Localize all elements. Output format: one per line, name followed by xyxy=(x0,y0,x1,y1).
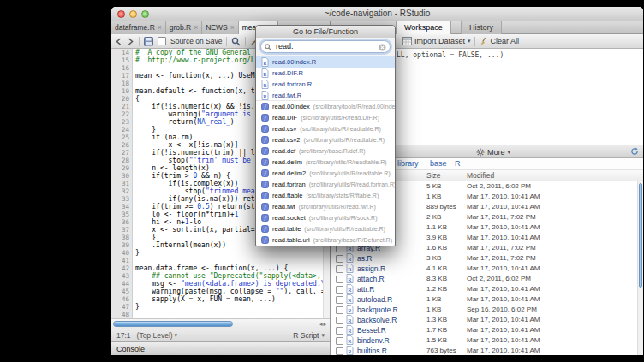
file-name[interactable]: attr.R xyxy=(357,284,374,294)
popup-file-result[interactable]: Rread.fwf.R xyxy=(256,90,395,101)
line-number: 38 xyxy=(111,234,129,241)
forward-button[interactable] xyxy=(127,38,134,45)
editor-tab-grob[interactable]: grob.R× xyxy=(166,21,202,34)
column-header-size[interactable]: Size xyxy=(426,171,441,180)
breadcrumb-segment[interactable]: base xyxy=(430,159,447,168)
refresh-icon xyxy=(630,147,639,156)
line-number: 46 xyxy=(111,295,129,303)
popup-file-result[interactable]: Rread.fortran.R xyxy=(256,79,395,90)
popup-function-result[interactable]: fread.delim2(src/library/utils/R/readtab… xyxy=(256,168,395,179)
file-checkbox[interactable] xyxy=(336,286,343,294)
magnifier-icon xyxy=(231,37,241,46)
file-row[interactable]: Rautoload.R1 KBMar 17, 2010, 10:41 AM xyxy=(331,294,636,305)
clear-all-button[interactable]: Clear All xyxy=(479,37,520,46)
console-pane-header[interactable]: Console xyxy=(111,341,330,355)
window-titlebar[interactable]: ~/code-navigation - RStudio xyxy=(111,7,643,22)
breadcrumb-segment[interactable]: library xyxy=(397,159,419,168)
file-name[interactable]: backquote.R xyxy=(357,305,398,315)
popup-search-row: read. xyxy=(256,38,395,56)
file-checkbox[interactable] xyxy=(336,276,343,283)
editor-tab-news[interactable]: NEWS× xyxy=(202,21,238,34)
tab-close-icon[interactable]: × xyxy=(158,23,162,32)
file-name[interactable]: builtins.R xyxy=(357,346,387,355)
popup-function-result[interactable]: fread.fwf(src/library/utils/R/read.fwf.R… xyxy=(256,201,395,212)
file-name[interactable]: as.R xyxy=(357,253,372,264)
file-checkbox[interactable] xyxy=(336,296,343,304)
result-function-path: (src/library/utils/R/readtable.R) xyxy=(306,159,387,165)
popup-function-result[interactable]: fread.delim(src/library/utils/R/readtabl… xyxy=(256,157,395,168)
popup-file-result[interactable]: Rread.DIF.R xyxy=(256,68,395,79)
refresh-button[interactable] xyxy=(630,147,639,156)
file-name[interactable]: autoload.R xyxy=(357,294,392,305)
popup-function-result[interactable]: fread.csv2(src/library/utils/R/readtable… xyxy=(256,134,395,145)
scope-selector[interactable]: (Top Level) ▾ xyxy=(137,331,178,340)
popup-function-result[interactable]: fread.00Index(src/library/tools/R/read.0… xyxy=(256,101,395,112)
find-button[interactable] xyxy=(231,37,241,46)
file-checkbox[interactable] xyxy=(336,255,343,263)
file-type-selector[interactable]: R Script ▾ xyxy=(293,331,325,340)
save-button[interactable] xyxy=(144,37,153,46)
files-vscroll-thumb[interactable] xyxy=(639,183,642,288)
r-file-icon: R xyxy=(261,91,269,100)
file-name[interactable]: assign.R xyxy=(357,264,385,274)
tab-history[interactable]: History xyxy=(461,21,502,34)
file-row[interactable]: Rbuiltins.R763 bytesMar 17, 2010, 10:41 … xyxy=(331,346,636,355)
popup-function-result[interactable]: fread.table.url(src/library/base/R/Defun… xyxy=(256,234,395,245)
file-modified: Mar 17, 2010, 10:41 AM xyxy=(467,346,540,355)
file-name[interactable]: attach.R xyxy=(357,274,385,284)
import-dataset-button[interactable]: Import Dataset ▾ xyxy=(402,37,471,45)
popup-function-result[interactable]: fread.csv(src/library/utils/R/readtable.… xyxy=(256,123,395,134)
file-type-label: R Script xyxy=(293,331,319,340)
file-row[interactable]: Rbackquote.R1 KBSep 16, 2010, 6:02 PM xyxy=(331,305,636,315)
file-name[interactable]: bindenv.R xyxy=(357,335,390,346)
file-row[interactable]: Rbacksolve.R1.3 KBMar 17, 2010, 10:41 AM xyxy=(331,315,636,325)
file-checkbox[interactable] xyxy=(336,265,343,273)
result-function-name: read.socket xyxy=(272,214,306,222)
file-row[interactable]: Rattr.R1.2 KBMar 17, 2010, 10:41 AM xyxy=(331,284,636,294)
popup-function-result[interactable]: fread.DIF(src/library/utils/R/read.DIF.R… xyxy=(256,112,395,123)
column-header-modified[interactable]: Modified xyxy=(467,171,494,180)
tab-close-icon[interactable]: × xyxy=(230,23,235,32)
file-checkbox[interactable] xyxy=(336,306,343,314)
function-icon: f xyxy=(261,181,269,188)
result-function-name: read.table xyxy=(272,225,301,233)
files-vscrollbar[interactable] xyxy=(637,181,643,355)
popup-file-result[interactable]: Rread.00Index.R xyxy=(256,56,395,68)
file-row[interactable]: RBessel.R1.7 KBMar 17, 2010, 10:41 AM xyxy=(331,325,636,335)
file-row[interactable]: Rbindenv.R1.5 KBMar 17, 2010, 10:41 AM xyxy=(331,335,636,346)
editor-hscrollbar[interactable]: ◂▸ xyxy=(111,318,330,329)
file-row[interactable]: Rassign.R4.1 KBMar 17, 2010, 10:41 AM xyxy=(331,264,636,274)
popup-function-result[interactable]: fread.ftable(src/library/stats/R/ftable.… xyxy=(256,190,395,201)
file-checkbox[interactable] xyxy=(336,327,343,335)
tab-workspace[interactable]: Workspace xyxy=(396,21,451,34)
breadcrumb-segment[interactable]: R xyxy=(455,159,461,168)
file-name[interactable]: Bessel.R xyxy=(357,325,386,335)
popup-titlebar[interactable]: Go to File/Function xyxy=(256,26,395,39)
result-function-name: read.delim2 xyxy=(272,169,306,177)
popup-function-result[interactable]: fread.dcf(src/library/base/R/dcf.R) xyxy=(256,145,395,157)
file-checkbox[interactable] xyxy=(336,347,343,355)
source-on-save-checkbox[interactable] xyxy=(158,37,166,45)
popup-function-result[interactable]: fread.table(src/library/utils/R/readtabl… xyxy=(256,223,395,234)
editor-hscroll-thumb[interactable] xyxy=(113,321,233,327)
editor-tab-dataframe[interactable]: dataframe.R× xyxy=(111,21,166,34)
result-function-name: read.ftable xyxy=(272,192,302,199)
file-row[interactable]: Rattach.R8.3 KBOct 2, 2011, 6:02 PM xyxy=(331,274,636,284)
file-checkbox[interactable] xyxy=(336,337,343,345)
file-row[interactable]: Ras.R3 KBMar 17, 2011, 7:02 PM xyxy=(331,253,636,264)
file-size: 763 bytes xyxy=(426,346,456,355)
toolbar-divider xyxy=(139,37,140,46)
more-button[interactable]: More ▾ xyxy=(476,145,510,158)
line-number: 27 xyxy=(111,149,129,157)
file-name[interactable]: backsolve.R xyxy=(357,315,397,325)
popup-function-result[interactable]: fread.socket(src/library/utils/R/sock.R) xyxy=(256,212,395,223)
hscroll-arrow-icons[interactable]: ◂▸ xyxy=(319,321,327,328)
clear-search-icon[interactable] xyxy=(379,44,386,51)
tab-close-icon[interactable]: × xyxy=(194,23,198,32)
file-size: 1.2 KB xyxy=(426,284,447,294)
back-button[interactable] xyxy=(115,38,122,45)
file-checkbox[interactable] xyxy=(336,317,343,324)
search-input[interactable]: read. xyxy=(260,40,391,53)
popup-function-result[interactable]: fread.fortran(src/library/utils/R/read.f… xyxy=(256,179,395,190)
file-modified: Mar 17, 2011, 7:02 PM xyxy=(467,212,536,223)
